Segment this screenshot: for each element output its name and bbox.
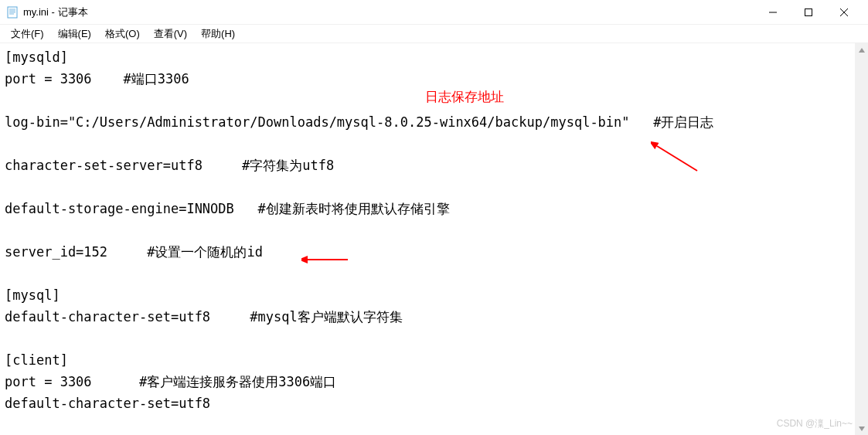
menu-file[interactable]: 文件(F) [5, 25, 50, 42]
annotation-label: 日志保存地址 [425, 86, 504, 107]
text-line: server_id=152 #设置一个随机的id [5, 241, 863, 263]
scrollbar[interactable] [855, 43, 868, 435]
blank-line [5, 176, 863, 198]
text-line: port = 3306 #客户端连接服务器使用3306端口 [5, 371, 863, 393]
blank-line [5, 263, 863, 284]
scroll-down-button[interactable] [855, 422, 868, 435]
minimize-button[interactable] [755, 0, 791, 25]
menu-edit[interactable]: 编辑(E) [52, 25, 97, 42]
titlebar: my.ini - 记事本 [0, 0, 868, 25]
window-title: my.ini - 记事本 [23, 5, 755, 19]
text-line: [client] [5, 349, 863, 371]
text-line: [mysql] [5, 284, 863, 306]
watermark: CSDN @澟_Lin~~ [777, 417, 853, 430]
svg-marker-13 [859, 48, 865, 53]
svg-rect-6 [805, 8, 812, 15]
menu-help[interactable]: 帮助(H) [195, 25, 241, 42]
notepad-icon [6, 6, 19, 19]
text-line: log-bin="C:/Users/Administrator/Download… [5, 111, 863, 133]
arrow-icon [301, 252, 356, 267]
text-line: default-character-set=utf8 [5, 393, 863, 414]
blank-line [5, 133, 863, 155]
text-line: default-storage-engine=INNODB #创建新表时将使用默… [5, 198, 863, 219]
blank-line [5, 219, 863, 241]
svg-marker-14 [859, 427, 865, 431]
menu-format[interactable]: 格式(O) [99, 25, 146, 42]
menubar: 文件(F) 编辑(E) 格式(O) 查看(V) 帮助(H) [0, 25, 868, 43]
close-button[interactable] [826, 0, 862, 25]
text-line: default-character-set=utf8 #mysql客户端默认字符… [5, 306, 863, 328]
editor-area[interactable]: [mysqld] port = 3306 #端口3306 log-bin="C:… [0, 43, 868, 435]
svg-line-10 [657, 146, 697, 171]
scroll-up-button[interactable] [855, 43, 868, 56]
window-controls [755, 0, 862, 25]
text-line: [mysqld] [5, 46, 863, 68]
arrow-icon [651, 140, 705, 178]
menu-view[interactable]: 查看(V) [148, 25, 193, 42]
blank-line [5, 328, 863, 349]
maximize-button[interactable] [791, 0, 826, 25]
text-line: character-set-server=utf8 #字符集为utf8 [5, 155, 863, 176]
